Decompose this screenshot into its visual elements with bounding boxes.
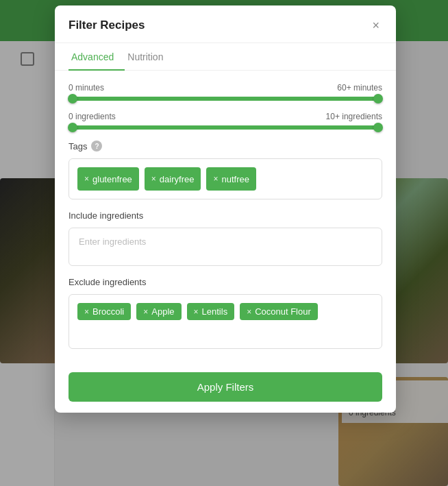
time-slider-labels: 0 minutes 60+ minutes <box>69 83 382 93</box>
ingredients-slider-track[interactable] <box>69 125 382 130</box>
tag-remove-dairyfree[interactable]: × <box>151 174 156 184</box>
exclude-chip-coconutflour[interactable]: × Coconut Flour <box>240 303 318 320</box>
tag-chip-nutfree[interactable]: × nutfree <box>206 167 256 191</box>
tag-label-glutenfree: glutenfree <box>92 174 132 184</box>
include-ingredients-section: Include ingredients Enter ingredients <box>69 210 382 266</box>
time-max-label: 60+ minutes <box>337 83 382 93</box>
apply-filters-button[interactable]: Apply Filters <box>69 372 382 402</box>
include-label: Include ingredients <box>69 210 382 221</box>
modal-tabs: Advanced Nutrition <box>55 43 396 71</box>
exclude-remove-coconutflour[interactable]: × <box>247 307 251 317</box>
time-slider-thumb-right[interactable] <box>373 94 383 104</box>
exclude-remove-lentils[interactable]: × <box>194 307 199 317</box>
modal-title: Filter Recipes <box>69 19 145 32</box>
tab-nutrition[interactable]: Nutrition <box>125 43 174 71</box>
exclude-label-lentils: Lentils <box>202 306 228 317</box>
ingredients-slider-labels: 0 ingredients 10+ ingredients <box>69 112 382 121</box>
exclude-label: Exclude ingredients <box>69 277 382 287</box>
exclude-ingredients-section: Exclude ingredients × Broccoli × Apple ×… <box>69 277 382 349</box>
filter-recipes-modal: Filter Recipes × Advanced Nutrition 0 mi… <box>55 5 396 413</box>
tag-remove-nutfree[interactable]: × <box>213 174 218 184</box>
include-placeholder: Enter ingredients <box>79 236 146 247</box>
tag-label-dairyfree: dairyfree <box>160 174 195 184</box>
tag-chip-glutenfree[interactable]: × glutenfree <box>77 167 139 191</box>
exclude-chip-lentils[interactable]: × Lentils <box>187 303 235 320</box>
ingredients-slider-thumb-left[interactable] <box>68 123 77 132</box>
time-slider-thumb-left[interactable] <box>68 94 77 104</box>
tag-remove-glutenfree[interactable]: × <box>84 174 89 184</box>
exclude-label-text: Exclude ingredients <box>69 277 146 287</box>
exclude-label-apple: Apple <box>151 306 174 317</box>
modal-close-button[interactable]: × <box>369 18 382 33</box>
tags-help-icon[interactable]: ? <box>91 141 102 151</box>
exclude-remove-apple[interactable]: × <box>143 307 148 317</box>
exclude-label-coconutflour: Coconut Flour <box>255 306 311 317</box>
exclude-label-broccoli: Broccoli <box>92 306 124 317</box>
exclude-box: × Broccoli × Apple × Lentils × Coconut F… <box>69 294 382 349</box>
ingredients-slider-section: 0 ingredients 10+ ingredients <box>69 112 382 130</box>
modal-header: Filter Recipes × <box>55 5 396 43</box>
time-slider-fill <box>69 97 382 101</box>
tab-advanced[interactable]: Advanced <box>69 43 125 71</box>
apply-button-wrap: Apply Filters <box>55 372 396 413</box>
ingredients-min-label: 0 ingredients <box>69 112 116 121</box>
exclude-remove-broccoli[interactable]: × <box>84 307 89 317</box>
ingredients-slider-fill <box>69 125 382 130</box>
include-ingredients-input[interactable]: Enter ingredients <box>69 228 382 266</box>
include-label-text: Include ingredients <box>69 210 143 221</box>
ingredients-slider-thumb-right[interactable] <box>373 123 383 132</box>
exclude-chip-broccoli[interactable]: × Broccoli <box>77 303 131 320</box>
time-min-label: 0 minutes <box>69 83 104 93</box>
tags-section-label: Tags ? <box>69 141 382 151</box>
ingredients-max-label: 10+ ingredients <box>326 112 382 121</box>
exclude-chip-apple[interactable]: × Apple <box>136 303 181 320</box>
tags-label-text: Tags <box>69 141 87 151</box>
time-slider-section: 0 minutes 60+ minutes <box>69 83 382 101</box>
tag-chip-dairyfree[interactable]: × dairyfree <box>145 167 201 191</box>
tag-label-nutfree: nutfree <box>221 174 249 184</box>
modal-body: 0 minutes 60+ minutes 0 ingredients 10+ … <box>55 71 396 372</box>
time-slider-track[interactable] <box>69 97 382 101</box>
tags-box: × glutenfree × dairyfree × nutfree <box>69 158 382 199</box>
